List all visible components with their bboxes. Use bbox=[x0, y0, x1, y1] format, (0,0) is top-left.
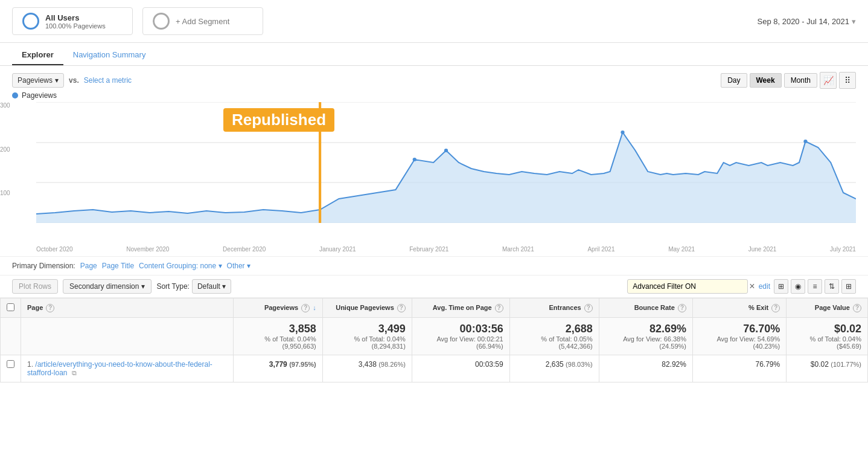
svg-point-5 bbox=[413, 158, 416, 161]
select-all-checkbox[interactable] bbox=[7, 303, 14, 311]
pageviews-help-icon[interactable]: ? bbox=[301, 304, 310, 312]
entrances-help-icon[interactable]: ? bbox=[584, 304, 593, 312]
sort-type-label: Sort Type: bbox=[156, 282, 189, 291]
page-value-help-icon[interactable]: ? bbox=[853, 304, 861, 312]
row1-entrances-cell: 2,635 (98.03%) bbox=[509, 355, 599, 382]
th-page-value: Page Value ? bbox=[787, 298, 868, 318]
total-avg-time-value: 00:03:56 bbox=[418, 323, 503, 335]
segment-info: All Users 100.00% Pageviews bbox=[45, 13, 106, 30]
secondary-dim-arrow-icon: ▾ bbox=[141, 282, 145, 291]
sort-default-arrow-icon: ▾ bbox=[222, 282, 226, 291]
metric-dropdown[interactable]: Pageviews ▾ bbox=[12, 73, 64, 88]
total-pageviews-sub: % of Total: 0.04% (9,950,663) bbox=[240, 335, 316, 350]
filter-right: × edit ⊞ ◉ ≡ ⇅ ⊞ bbox=[627, 279, 856, 294]
filter-edit-link[interactable]: edit bbox=[759, 282, 770, 291]
bounce-rate-help-icon[interactable]: ? bbox=[678, 304, 686, 312]
total-page-value-sub: % of Total: 0.04% ($45.69) bbox=[793, 335, 861, 350]
total-pct-exit-sub: Avg for View: 54.69% (40.23%) bbox=[699, 335, 780, 350]
dimension-page-link[interactable]: Page bbox=[80, 262, 97, 270]
tab-explorer[interactable]: Explorer bbox=[12, 45, 63, 65]
total-entrances-sub: % of Total: 0.05% (5,442,366) bbox=[516, 335, 593, 350]
y-label-300: 300 bbox=[0, 102, 10, 109]
plot-rows-button[interactable]: Plot Rows bbox=[12, 279, 58, 294]
chart-svg bbox=[36, 102, 856, 223]
total-unique-pageviews-cell: 3,499 % of Total: 0.04% (8,294,831) bbox=[322, 318, 412, 355]
table-pie-icon-button[interactable]: ◉ bbox=[791, 279, 805, 294]
legend-dot-icon bbox=[12, 92, 18, 98]
svg-point-8 bbox=[803, 140, 807, 143]
advanced-filter-input[interactable] bbox=[627, 279, 748, 294]
chart-scatter-icon-button[interactable]: ⠿ bbox=[839, 72, 856, 89]
filter-clear-button[interactable]: × bbox=[749, 281, 755, 292]
total-bounce-rate-value: 82.69% bbox=[605, 323, 686, 335]
table-header-row: Page ? Pageviews ? ↓ Unique Pageviews ? … bbox=[1, 298, 868, 318]
total-bounce-rate-sub: Avg for View: 66.38% (24.59%) bbox=[605, 335, 686, 350]
total-unique-pageviews-value: 3,499 bbox=[329, 323, 406, 335]
th-pageviews: Pageviews ? ↓ bbox=[233, 298, 322, 318]
segment-sub: 100.00% Pageviews bbox=[45, 22, 106, 30]
add-segment-circle-icon bbox=[153, 13, 170, 30]
row1-num: 1. bbox=[27, 360, 33, 369]
row1-page-value-cell: $0.02 (101.77%) bbox=[787, 355, 868, 382]
date-range[interactable]: Sep 8, 2020 - Jul 14, 2021 ▾ bbox=[757, 17, 856, 26]
dimension-other-link[interactable]: Other ▾ bbox=[227, 262, 251, 270]
view-day-button[interactable]: Day bbox=[721, 73, 747, 88]
sort-type-area: Sort Type: Default ▾ bbox=[156, 279, 231, 294]
unique-pageviews-help-icon[interactable]: ? bbox=[397, 304, 406, 312]
primary-dimension-bar: Primary Dimension: Page Page Title Conte… bbox=[0, 256, 868, 275]
tabs-bar: Explorer Navigation Summary bbox=[0, 45, 868, 66]
th-checkbox bbox=[1, 298, 21, 318]
dimension-content-grouping-link[interactable]: Content Grouping: none ▾ bbox=[139, 262, 222, 270]
page-help-icon[interactable]: ? bbox=[46, 304, 54, 312]
pct-exit-help-icon[interactable]: ? bbox=[771, 304, 780, 312]
vs-label: vs. bbox=[69, 76, 79, 85]
total-pageviews-value: 3,858 bbox=[240, 323, 316, 335]
y-label-100: 100 bbox=[0, 190, 10, 196]
add-segment-box[interactable]: + Add Segment bbox=[142, 7, 263, 35]
table-grid-icon-button[interactable]: ⊞ bbox=[774, 279, 788, 294]
chart-line-icon-button[interactable]: 📈 bbox=[820, 72, 837, 89]
metric-dropdown-arrow-icon: ▾ bbox=[55, 76, 59, 85]
legend-label: Pageviews bbox=[22, 91, 57, 100]
total-page-value-value: $0.02 bbox=[793, 323, 861, 335]
tab-navigation-summary[interactable]: Navigation Summary bbox=[63, 45, 156, 65]
table-view-icons: ⊞ ◉ ≡ ⇅ ⊞ bbox=[774, 279, 856, 294]
row1-unique-pct: (98.26%) bbox=[378, 361, 406, 368]
row1-copy-icon[interactable]: ⧉ bbox=[72, 369, 77, 376]
row1-checkbox[interactable] bbox=[7, 360, 14, 368]
svg-marker-4 bbox=[36, 132, 856, 223]
th-pct-exit: % Exit ? bbox=[692, 298, 786, 318]
segment-all-users[interactable]: All Users 100.00% Pageviews bbox=[12, 7, 133, 35]
table-sort-icon-button[interactable]: ⇅ bbox=[825, 279, 839, 294]
svg-point-6 bbox=[444, 149, 448, 152]
total-unique-pageviews-sub: % of Total: 0.04% (8,294,831) bbox=[329, 335, 406, 350]
date-range-arrow-icon: ▾ bbox=[852, 17, 856, 26]
th-avg-time: Avg. Time on Page ? bbox=[412, 298, 509, 318]
primary-dimension-label: Primary Dimension: bbox=[12, 262, 75, 270]
select-metric-link[interactable]: Select a metric bbox=[84, 76, 132, 85]
secondary-dimension-button[interactable]: Secondary dimension ▾ bbox=[63, 279, 152, 294]
table-custom-icon-button[interactable]: ⊞ bbox=[841, 279, 856, 294]
total-pct-exit-cell: 76.70% Avg for View: 54.69% (40.23%) bbox=[692, 318, 786, 355]
sort-default-select[interactable]: Default ▾ bbox=[192, 279, 231, 294]
th-unique-pageviews: Unique Pageviews ? bbox=[322, 298, 412, 318]
row1-page-link[interactable]: /article/everything-you-need-to-know-abo… bbox=[27, 360, 212, 377]
avg-time-help-icon[interactable]: ? bbox=[495, 304, 503, 312]
y-axis-labels: 300 200 100 bbox=[0, 102, 10, 235]
th-entrances: Entrances ? bbox=[509, 298, 599, 318]
row1-pct-exit-cell: 76.79% bbox=[692, 355, 786, 382]
dimension-page-title-link[interactable]: Page Title bbox=[102, 262, 134, 270]
view-week-button[interactable]: Week bbox=[750, 73, 782, 88]
segment-circle-icon bbox=[22, 13, 39, 30]
th-page: Page ? bbox=[21, 298, 234, 318]
chart-legend: Pageviews bbox=[0, 91, 868, 102]
y-label-200: 200 bbox=[0, 146, 10, 153]
metric-selector: Pageviews ▾ vs. Select a metric bbox=[12, 73, 132, 88]
total-pct-exit-value: 76.70% bbox=[699, 323, 780, 335]
table-row: 1. /article/everything-you-need-to-know-… bbox=[1, 355, 868, 382]
view-month-button[interactable]: Month bbox=[784, 73, 817, 88]
total-page-cell bbox=[21, 318, 234, 355]
total-entrances-value: 2,688 bbox=[516, 323, 593, 335]
total-page-value-cell: $0.02 % of Total: 0.04% ($45.69) bbox=[787, 318, 868, 355]
table-list-icon-button[interactable]: ≡ bbox=[808, 279, 822, 294]
